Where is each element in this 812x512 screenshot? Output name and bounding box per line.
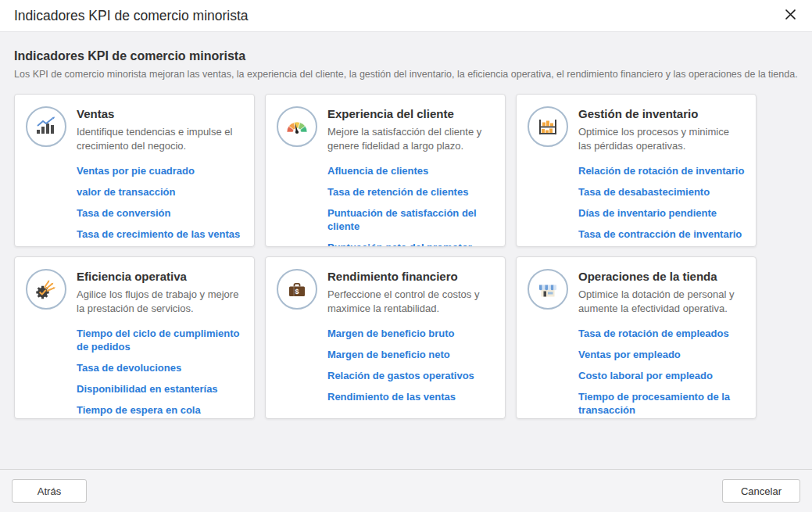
kpi-link[interactable]: Días de inventario pendiente xyxy=(578,206,745,220)
card-rendimiento-financiero: $ Rendimiento financiero Perfeccione el … xyxy=(265,256,506,419)
card-experiencia-del-cliente: Experiencia del cliente Mejore la satisf… xyxy=(265,94,506,247)
kpi-link[interactable]: Disponibilidad en estanterías xyxy=(77,382,243,396)
kpi-link[interactable]: Afluencia de clientes xyxy=(327,164,494,177)
kpi-link[interactable]: Tiempo del ciclo de cumplimiento de pedi… xyxy=(77,327,243,353)
card-description: Optimice la dotación de personal y aumen… xyxy=(578,288,745,316)
card-title: Experiencia del cliente xyxy=(327,107,494,120)
kpi-link-list: Ventas por pie cuadrado valor de transac… xyxy=(77,164,243,241)
dialog-titlebar: Indicadores KPI de comercio minorista xyxy=(0,0,812,31)
kpi-link[interactable]: Tasa de desabastecimiento xyxy=(578,185,745,199)
kpi-link[interactable]: Ventas por empleado xyxy=(578,348,745,361)
card-eficiencia-operativa: Eficiencia operativa Agilice los flujos … xyxy=(14,256,255,419)
storefront-icon xyxy=(528,269,568,310)
card-title: Operaciones de la tienda xyxy=(578,270,745,283)
gear-arrows-icon xyxy=(26,269,66,310)
dialog-title: Indicadores KPI de comercio minorista xyxy=(14,8,249,24)
kpi-card-grid: Ventas Identifique tendencias e impulse … xyxy=(14,94,798,419)
close-icon xyxy=(785,9,796,23)
kpi-link-list: Relación de rotación de inventario Tasa … xyxy=(578,164,745,241)
kpi-link[interactable]: Tasa de contracción de inventario xyxy=(578,227,745,241)
card-title: Eficiencia operativa xyxy=(77,270,243,283)
page-description: Los KPI de comercio minorista mejoran la… xyxy=(14,67,798,81)
kpi-link[interactable]: valor de transacción xyxy=(77,185,243,199)
kpi-link[interactable]: Tiempo de espera en cola xyxy=(77,403,243,417)
bar-chart-growth-icon xyxy=(26,106,66,147)
kpi-link[interactable]: Puntuación de satisfacción del cliente xyxy=(327,206,494,233)
kpi-link[interactable]: Relación de gastos operativos xyxy=(327,369,494,382)
svg-text:$: $ xyxy=(295,288,299,295)
kpi-link[interactable]: Tasa de crecimiento de las ventas xyxy=(77,227,243,241)
card-title: Ventas xyxy=(77,107,243,120)
card-description: Agilice los flujos de trabajo y mejore l… xyxy=(77,288,243,316)
kpi-link-list: Tasa de rotación de empleados Ventas por… xyxy=(578,327,745,417)
kpi-link[interactable]: Rendimiento de las ventas xyxy=(327,390,494,403)
kpi-link[interactable]: Tasa de rotación de empleados xyxy=(578,327,745,340)
satisfaction-gauge-icon xyxy=(277,106,317,147)
kpi-link[interactable]: Tiempo de procesamiento de la transacció… xyxy=(578,390,745,417)
kpi-link-list: Afluencia de clientes Tasa de retención … xyxy=(327,164,494,247)
kpi-link[interactable]: Relación de rotación de inventario xyxy=(578,164,745,177)
kpi-link[interactable]: Puntuación neta del promotor xyxy=(327,241,494,247)
kpi-link[interactable]: Tasa de retención de clientes xyxy=(327,185,494,199)
kpi-link-list: Tiempo del ciclo de cumplimiento de pedi… xyxy=(77,327,243,417)
card-gestion-de-inventario: Gestión de inventario Optimice los proce… xyxy=(516,94,757,247)
card-description: Optimice los procesos y minimice las pér… xyxy=(578,125,745,153)
card-title: Rendimiento financiero xyxy=(327,270,494,283)
cancel-button[interactable]: Cancelar xyxy=(722,479,800,503)
kpi-link[interactable]: Tasa de devoluciones xyxy=(77,361,243,374)
dialog-content: Indicadores KPI de comercio minorista Lo… xyxy=(0,31,812,469)
back-button[interactable]: Atrás xyxy=(12,479,87,503)
kpi-link[interactable]: Ventas por pie cuadrado xyxy=(77,164,243,177)
kpi-link[interactable]: Costo laboral por empleado xyxy=(578,369,745,382)
card-ventas: Ventas Identifique tendencias e impulse … xyxy=(14,94,255,247)
page-title: Indicadores KPI de comercio minorista xyxy=(14,49,798,63)
dialog-footer: Atrás Cancelar xyxy=(0,469,812,512)
inventory-shelf-icon xyxy=(528,106,568,147)
card-description: Identifique tendencias e impulse el crec… xyxy=(77,125,243,153)
kpi-link[interactable]: Margen de beneficio bruto xyxy=(327,327,494,340)
kpi-link[interactable]: Margen de beneficio neto xyxy=(327,348,494,361)
card-title: Gestión de inventario xyxy=(578,107,745,120)
briefcase-dollar-icon: $ xyxy=(277,269,317,310)
card-description: Mejore la satisfacción del cliente y gen… xyxy=(327,125,494,153)
card-description: Perfeccione el control de costos y maxim… xyxy=(327,288,494,316)
card-operaciones-de-la-tienda: Operaciones de la tienda Optimice la dot… xyxy=(516,256,757,419)
kpi-link[interactable]: Tasa de conversión xyxy=(77,206,243,220)
close-button[interactable] xyxy=(778,3,803,28)
kpi-link-list: Margen de beneficio bruto Margen de bene… xyxy=(327,327,494,403)
